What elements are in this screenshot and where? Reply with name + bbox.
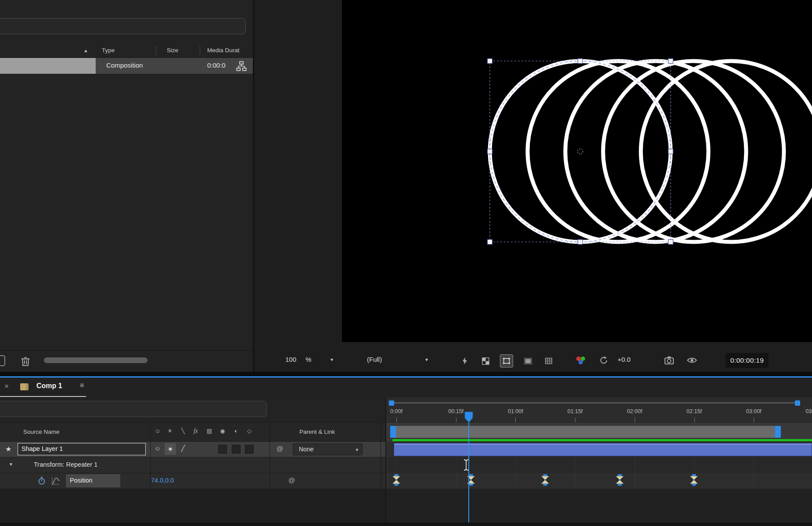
- position-property-label[interactable]: Position: [66, 474, 120, 487]
- project-item-duration: 0:00:0: [207, 61, 226, 69]
- property-graph-icon[interactable]: [51, 476, 61, 485]
- mask-shape-icon: [502, 356, 511, 366]
- delete-trash-icon[interactable]: [19, 354, 32, 367]
- panel-menu-icon[interactable]: ≡: [80, 382, 84, 389]
- property-pick-whip-icon[interactable]: @: [288, 476, 295, 484]
- layer-quality-toggle[interactable]: ╱: [181, 445, 185, 452]
- viewer-toolbar: 100 % ▾ (Full) ▾: [254, 350, 812, 372]
- clipped-button[interactable]: [0, 355, 5, 366]
- fx-header-icon[interactable]: fx: [194, 428, 198, 435]
- layer-collapse-toggle[interactable]: ☀: [165, 443, 176, 455]
- repeater-circle[interactable]: [603, 61, 784, 242]
- selection-handle[interactable]: [668, 240, 673, 245]
- project-item-type: Composition: [106, 61, 143, 69]
- layer-3d-checkbox[interactable]: [245, 445, 254, 454]
- sun-icon: ☀: [168, 446, 173, 453]
- project-search-input[interactable]: [0, 18, 246, 34]
- region-of-interest-button[interactable]: [521, 354, 535, 367]
- chevron-down-icon: ▾: [356, 447, 358, 453]
- resolution-chevron-icon[interactable]: ▾: [425, 357, 428, 363]
- project-item-name-cell[interactable]: [0, 58, 96, 74]
- horizontal-scrollbar-thumb[interactable]: [44, 357, 147, 363]
- grid-guides-button[interactable]: [542, 354, 555, 367]
- position-property-row[interactable]: Position 74.0,0.0 @: [0, 473, 386, 489]
- selection-handle[interactable]: [578, 59, 583, 64]
- grid-icon: [544, 356, 553, 366]
- parent-value: None: [293, 444, 362, 453]
- column-parent-link[interactable]: Parent & Link: [299, 429, 335, 435]
- project-columns-header: ▲ Type Size Media Durat: [0, 44, 253, 58]
- close-tab-icon[interactable]: ×: [4, 382, 9, 391]
- collapse-group-chevron-icon[interactable]: ▼: [9, 462, 13, 467]
- parent-pick-whip-icon[interactable]: @: [277, 445, 283, 452]
- sort-ascending-icon[interactable]: ▲: [83, 48, 88, 53]
- position-value[interactable]: 74.0,0.0: [151, 477, 174, 484]
- show-snapshot-eye-icon[interactable]: [686, 354, 698, 366]
- magnification-chevron-icon[interactable]: ▾: [331, 357, 333, 363]
- row-separator: [0, 489, 386, 489]
- composition-canvas[interactable]: [342, 0, 812, 342]
- layer-row-shape-layer-1[interactable]: ★ Shape Layer 1 ☺ ☀ ╱ @ None ▾: [0, 441, 386, 457]
- selection-handle[interactable]: [488, 240, 492, 245]
- snapshot-camera-icon[interactable]: [663, 354, 675, 366]
- motion-blur-header-icon[interactable]: ◉: [220, 428, 225, 434]
- timeline-tab-bar[interactable]: × Comp 1 ≡: [0, 378, 812, 397]
- layer-motion-blur-checkbox[interactable]: [218, 445, 227, 454]
- column-divider: [150, 422, 151, 489]
- row-separator: [0, 441, 386, 442]
- current-timecode[interactable]: 0:00:00:19: [726, 353, 769, 368]
- checkerboard-icon: [481, 357, 490, 365]
- row-separator: [0, 422, 386, 423]
- repeater-circle[interactable]: [490, 61, 671, 242]
- selection-handle[interactable]: [488, 59, 492, 64]
- magnification-value[interactable]: 100: [285, 356, 296, 363]
- transform-repeater-group-row[interactable]: ▼ Transform: Repeater 1: [0, 457, 386, 473]
- selection-handle[interactable]: [578, 240, 583, 245]
- anchor-point[interactable]: [578, 149, 583, 154]
- parent-dropdown[interactable]: None ▾: [293, 443, 363, 455]
- collapse-header-icon[interactable]: ☀: [167, 428, 172, 434]
- column-type[interactable]: Type: [102, 47, 115, 54]
- project-item-row[interactable]: Composition 0:00:0: [0, 58, 253, 74]
- keyframe-icon[interactable]: [540, 474, 550, 486]
- 3d-header-icon[interactable]: ◇: [247, 428, 252, 434]
- playhead-line[interactable]: [468, 422, 469, 526]
- transparency-grid-button[interactable]: [479, 354, 492, 367]
- repeater-circle[interactable]: [528, 61, 708, 242]
- composition-viewer-panel: 100 % ▾ (Full) ▾: [254, 0, 812, 372]
- quality-header-icon[interactable]: ╲: [181, 428, 185, 434]
- selection-handle[interactable]: [668, 149, 673, 154]
- keyframe-icon[interactable]: [392, 474, 401, 486]
- column-media-duration[interactable]: Media Durat: [207, 47, 240, 54]
- exposure-value[interactable]: +0.0: [618, 356, 631, 363]
- selection-handle[interactable]: [488, 149, 492, 154]
- frame-blend-header-icon[interactable]: ▤: [207, 428, 212, 434]
- selection-handle[interactable]: [668, 59, 673, 64]
- keyframe-icon[interactable]: [466, 474, 476, 486]
- shape-layer-icon: ★: [5, 445, 11, 453]
- row-separator: [0, 457, 386, 458]
- keyframe-icon[interactable]: [689, 474, 699, 486]
- timeline-toolbar: ☺ ▤ ◉: [0, 397, 386, 422]
- timeline-columns-header: Source Name Parent & Link ☺☀╲fx▤◉◐◇: [0, 422, 386, 441]
- column-size[interactable]: Size: [167, 47, 178, 54]
- panel-gap: [0, 372, 812, 376]
- layer-adjustment-checkbox[interactable]: [232, 445, 241, 454]
- fast-previews-button[interactable]: [458, 354, 471, 367]
- column-source-name[interactable]: Source Name: [23, 429, 60, 435]
- reset-exposure-icon[interactable]: [598, 355, 609, 366]
- repeater-circle[interactable]: [641, 61, 812, 242]
- layer-shy-toggle[interactable]: ☺: [154, 445, 161, 452]
- ibeam-cursor: [462, 458, 470, 472]
- playhead[interactable]: [464, 411, 473, 423]
- adjustment-header-icon[interactable]: ◐: [234, 428, 238, 434]
- mask-visibility-button[interactable]: [500, 354, 513, 367]
- repeater-circle[interactable]: [565, 61, 746, 242]
- stopwatch-icon[interactable]: [37, 476, 47, 486]
- layer-name: Shape Layer 1: [18, 443, 145, 452]
- resolution-dropdown[interactable]: (Full): [367, 356, 382, 363]
- shy-header-icon[interactable]: ☺: [154, 428, 160, 434]
- layer-name-field[interactable]: Shape Layer 1: [18, 443, 146, 455]
- channel-rgb-icon[interactable]: [576, 356, 586, 366]
- keyframe-icon[interactable]: [615, 474, 625, 486]
